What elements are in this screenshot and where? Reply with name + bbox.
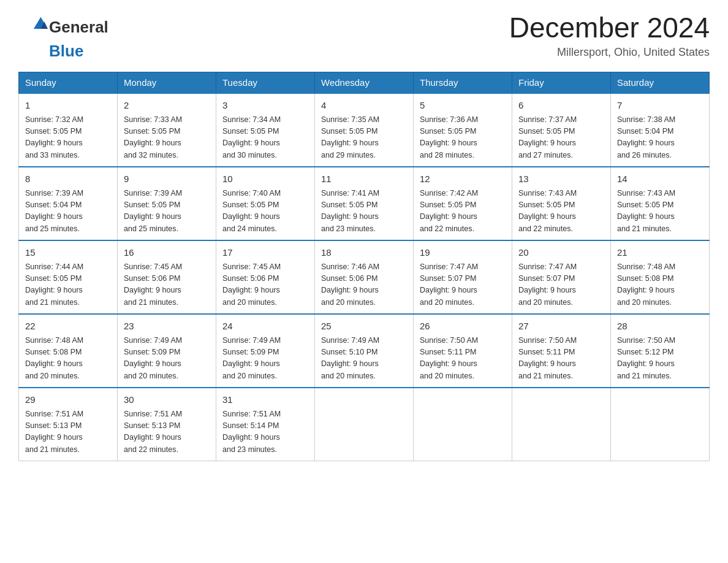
day-number: 20 — [518, 246, 604, 260]
day-info: Sunrise: 7:47 AM Sunset: 5:07 PM Dayligh… — [420, 261, 506, 309]
header-row: SundayMondayTuesdayWednesdayThursdayFrid… — [19, 72, 710, 94]
calendar-cell: 19 Sunrise: 7:47 AM Sunset: 5:07 PM Dayl… — [414, 240, 512, 314]
day-number: 30 — [124, 393, 210, 407]
day-number: 7 — [617, 99, 703, 113]
day-number: 13 — [518, 172, 604, 186]
day-number: 14 — [617, 172, 703, 186]
day-header-friday: Friday — [512, 72, 611, 94]
calendar-week-5: 29 Sunrise: 7:51 AM Sunset: 5:13 PM Dayl… — [19, 388, 710, 461]
day-number: 18 — [321, 246, 407, 260]
day-number: 4 — [321, 99, 407, 113]
day-info: Sunrise: 7:50 AM Sunset: 5:11 PM Dayligh… — [420, 335, 506, 383]
day-info: Sunrise: 7:41 AM Sunset: 5:05 PM Dayligh… — [321, 188, 407, 236]
day-info: Sunrise: 7:39 AM Sunset: 5:05 PM Dayligh… — [124, 188, 210, 236]
calendar-cell: 1 Sunrise: 7:32 AM Sunset: 5:05 PM Dayli… — [19, 93, 118, 167]
day-number: 6 — [518, 99, 604, 113]
day-header-monday: Monday — [118, 72, 216, 94]
logo-blue-text: Blue — [49, 42, 83, 60]
calendar-cell: 23 Sunrise: 7:49 AM Sunset: 5:09 PM Dayl… — [118, 314, 216, 388]
day-number: 5 — [420, 99, 506, 113]
calendar-cell: 13 Sunrise: 7:43 AM Sunset: 5:05 PM Dayl… — [512, 167, 611, 240]
title-section: December 2024 Millersport, Ohio, United … — [509, 12, 710, 59]
day-info: Sunrise: 7:34 AM Sunset: 5:05 PM Dayligh… — [222, 114, 308, 162]
logo-wrapper: General Blue — [18, 12, 108, 61]
logo-line1: General — [18, 12, 108, 42]
calendar-cell: 6 Sunrise: 7:37 AM Sunset: 5:05 PM Dayli… — [512, 93, 611, 167]
calendar-cell — [611, 388, 710, 461]
logo: General Blue — [18, 12, 108, 61]
day-info: Sunrise: 7:50 AM Sunset: 5:11 PM Dayligh… — [518, 335, 604, 383]
calendar-cell — [512, 388, 611, 461]
day-header-wednesday: Wednesday — [315, 72, 414, 94]
day-header-sunday: Sunday — [19, 72, 118, 94]
day-number: 25 — [321, 320, 407, 334]
day-header-saturday: Saturday — [611, 72, 710, 94]
day-info: Sunrise: 7:46 AM Sunset: 5:06 PM Dayligh… — [321, 261, 407, 309]
calendar-cell: 3 Sunrise: 7:34 AM Sunset: 5:05 PM Dayli… — [216, 93, 315, 167]
day-info: Sunrise: 7:38 AM Sunset: 5:04 PM Dayligh… — [617, 114, 703, 162]
day-info: Sunrise: 7:36 AM Sunset: 5:05 PM Dayligh… — [420, 114, 506, 162]
day-number: 31 — [222, 393, 308, 407]
day-info: Sunrise: 7:48 AM Sunset: 5:08 PM Dayligh… — [25, 335, 111, 383]
day-number: 12 — [420, 172, 506, 186]
day-info: Sunrise: 7:37 AM Sunset: 5:05 PM Dayligh… — [518, 114, 604, 162]
calendar-cell: 29 Sunrise: 7:51 AM Sunset: 5:13 PM Dayl… — [19, 388, 118, 461]
calendar-cell — [414, 388, 512, 461]
calendar-cell: 7 Sunrise: 7:38 AM Sunset: 5:04 PM Dayli… — [611, 93, 710, 167]
day-info: Sunrise: 7:45 AM Sunset: 5:06 PM Dayligh… — [222, 261, 308, 309]
day-number: 24 — [222, 320, 308, 334]
day-info: Sunrise: 7:49 AM Sunset: 5:09 PM Dayligh… — [124, 335, 210, 383]
calendar-cell: 26 Sunrise: 7:50 AM Sunset: 5:11 PM Dayl… — [414, 314, 512, 388]
day-info: Sunrise: 7:45 AM Sunset: 5:06 PM Dayligh… — [124, 261, 210, 309]
calendar-cell: 28 Sunrise: 7:50 AM Sunset: 5:12 PM Dayl… — [611, 314, 710, 388]
day-header-thursday: Thursday — [414, 72, 512, 94]
logo-icon — [18, 12, 48, 42]
day-number: 26 — [420, 320, 506, 334]
day-info: Sunrise: 7:43 AM Sunset: 5:05 PM Dayligh… — [617, 188, 703, 236]
calendar-body: 1 Sunrise: 7:32 AM Sunset: 5:05 PM Dayli… — [19, 93, 710, 461]
day-number: 10 — [222, 172, 308, 186]
calendar-week-1: 1 Sunrise: 7:32 AM Sunset: 5:05 PM Dayli… — [19, 93, 710, 167]
day-number: 23 — [124, 320, 210, 334]
day-info: Sunrise: 7:32 AM Sunset: 5:05 PM Dayligh… — [25, 114, 111, 162]
day-info: Sunrise: 7:43 AM Sunset: 5:05 PM Dayligh… — [518, 188, 604, 236]
day-header-tuesday: Tuesday — [216, 72, 315, 94]
day-number: 2 — [124, 99, 210, 113]
logo-general-text: General — [49, 18, 108, 36]
calendar-cell: 16 Sunrise: 7:45 AM Sunset: 5:06 PM Dayl… — [118, 240, 216, 314]
day-info: Sunrise: 7:35 AM Sunset: 5:05 PM Dayligh… — [321, 114, 407, 162]
day-info: Sunrise: 7:48 AM Sunset: 5:08 PM Dayligh… — [617, 261, 703, 309]
day-number: 1 — [25, 99, 111, 113]
calendar-cell: 11 Sunrise: 7:41 AM Sunset: 5:05 PM Dayl… — [315, 167, 414, 240]
day-number: 17 — [222, 246, 308, 260]
calendar-cell: 14 Sunrise: 7:43 AM Sunset: 5:05 PM Dayl… — [611, 167, 710, 240]
calendar-cell: 21 Sunrise: 7:48 AM Sunset: 5:08 PM Dayl… — [611, 240, 710, 314]
calendar-cell: 31 Sunrise: 7:51 AM Sunset: 5:14 PM Dayl… — [216, 388, 315, 461]
day-info: Sunrise: 7:51 AM Sunset: 5:14 PM Dayligh… — [222, 408, 308, 456]
day-info: Sunrise: 7:44 AM Sunset: 5:05 PM Dayligh… — [25, 261, 111, 309]
calendar-cell: 2 Sunrise: 7:33 AM Sunset: 5:05 PM Dayli… — [118, 93, 216, 167]
calendar-cell: 20 Sunrise: 7:47 AM Sunset: 5:07 PM Dayl… — [512, 240, 611, 314]
day-number: 16 — [124, 246, 210, 260]
calendar-cell: 10 Sunrise: 7:40 AM Sunset: 5:05 PM Dayl… — [216, 167, 315, 240]
calendar-subtitle: Millersport, Ohio, United States — [509, 46, 710, 59]
calendar-cell: 17 Sunrise: 7:45 AM Sunset: 5:06 PM Dayl… — [216, 240, 315, 314]
calendar-cell: 12 Sunrise: 7:42 AM Sunset: 5:05 PM Dayl… — [414, 167, 512, 240]
day-info: Sunrise: 7:39 AM Sunset: 5:04 PM Dayligh… — [25, 188, 111, 236]
day-number: 9 — [124, 172, 210, 186]
calendar-cell: 15 Sunrise: 7:44 AM Sunset: 5:05 PM Dayl… — [19, 240, 118, 314]
calendar-week-4: 22 Sunrise: 7:48 AM Sunset: 5:08 PM Dayl… — [19, 314, 710, 388]
calendar-cell — [315, 388, 414, 461]
calendar-title: December 2024 — [509, 12, 710, 44]
calendar-cell: 25 Sunrise: 7:49 AM Sunset: 5:10 PM Dayl… — [315, 314, 414, 388]
day-info: Sunrise: 7:47 AM Sunset: 5:07 PM Dayligh… — [518, 261, 604, 309]
day-number: 27 — [518, 320, 604, 334]
calendar-cell: 4 Sunrise: 7:35 AM Sunset: 5:05 PM Dayli… — [315, 93, 414, 167]
day-number: 11 — [321, 172, 407, 186]
day-number: 8 — [25, 172, 111, 186]
day-number: 19 — [420, 246, 506, 260]
day-info: Sunrise: 7:40 AM Sunset: 5:05 PM Dayligh… — [222, 188, 308, 236]
day-number: 29 — [25, 393, 111, 407]
day-number: 3 — [222, 99, 308, 113]
page-header: General Blue December 2024 Millersport, … — [18, 12, 710, 61]
